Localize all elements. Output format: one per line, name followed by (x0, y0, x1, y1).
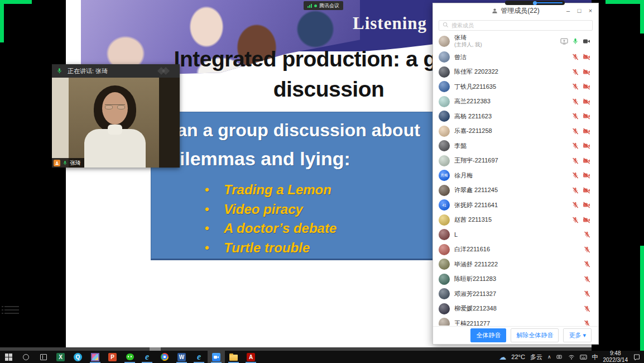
member-row[interactable]: 邓淑芳2211327 (433, 286, 598, 302)
maximize-button[interactable]: □ (574, 3, 585, 18)
camera-off-icon[interactable] (583, 83, 590, 90)
member-row[interactable]: 张琦 (主持人, 我) (433, 32, 598, 50)
mic-on-icon[interactable] (572, 38, 579, 45)
member-name: L (454, 231, 458, 238)
taskbar-ie[interactable]: e (138, 351, 156, 363)
camera-off-icon[interactable] (583, 172, 590, 179)
taskbar-word[interactable]: W (173, 351, 190, 363)
unmute-all-button[interactable]: 解除全体静音 (511, 328, 559, 342)
member-row[interactable]: 陈晅昕2211283 (433, 272, 598, 287)
weather-icon[interactable]: ☁ (499, 353, 506, 361)
taskbar-chrome[interactable] (156, 351, 173, 363)
taskbar-powerpoint[interactable]: P (104, 351, 121, 363)
taskbar-photos[interactable] (86, 351, 104, 363)
mic-muted-icon[interactable] (584, 305, 590, 312)
mic-muted-icon[interactable] (584, 261, 590, 268)
close-button[interactable]: × (585, 3, 596, 18)
weather-text[interactable]: 多云 (530, 353, 542, 361)
more-button[interactable]: 更多 ▾ (563, 328, 592, 342)
minimize-button[interactable]: – (563, 3, 574, 18)
taskbar-wechat[interactable] (121, 351, 138, 363)
camera-off-icon[interactable] (583, 128, 590, 135)
weather-temp[interactable]: 22°C (511, 354, 525, 360)
hidden-icons-chevron[interactable]: ∧ (547, 354, 551, 360)
mic-muted-icon[interactable] (572, 128, 579, 135)
mic-muted-icon[interactable] (572, 172, 579, 179)
member-row[interactable]: 李懿 (433, 138, 598, 154)
camera-off-icon[interactable] (583, 157, 590, 164)
cortana-search-button[interactable] (17, 351, 35, 363)
task-view-button[interactable] (35, 351, 52, 363)
member-row[interactable]: 赵茜 2211315 (433, 213, 598, 228)
camera-off-icon[interactable] (583, 54, 590, 60)
member-row[interactable]: 王翔宇-2211697 (433, 154, 598, 169)
task-view-icon (40, 354, 47, 360)
desktop: Listening Integrated production: a group… (0, 0, 644, 363)
camera-off-icon[interactable] (583, 69, 590, 75)
member-row[interactable]: 王楠2211277 (433, 316, 598, 326)
meeting-app-label: 腾讯会议 (319, 2, 339, 9)
taskbar-qq[interactable]: Q (69, 351, 86, 363)
member-row[interactable]: 陈佳军 2202322 (433, 65, 598, 80)
mic-muted-icon[interactable] (572, 157, 579, 164)
mute-all-button[interactable]: 全体静音 (470, 328, 506, 342)
mic-muted-icon[interactable] (572, 54, 579, 60)
mic-muted-icon[interactable] (584, 290, 590, 297)
start-button[interactable] (0, 351, 17, 363)
camera-off-icon[interactable] (583, 113, 590, 120)
powerpoint-icon: P (108, 353, 117, 361)
camera-off-icon[interactable] (583, 202, 590, 208)
taskbar-excel[interactable]: X (52, 351, 69, 363)
camera-off-icon[interactable] (583, 187, 590, 194)
slider-knob[interactable] (533, 1, 537, 5)
mic-muted-icon[interactable] (572, 113, 579, 120)
taskbar-acrobat[interactable]: A (242, 351, 259, 363)
ie-icon: e (145, 352, 149, 362)
mic-muted-icon[interactable] (584, 231, 590, 238)
member-row[interactable]: L (433, 227, 598, 242)
member-row[interactable]: 毕涵舒 2211222 (433, 257, 598, 272)
avatar (439, 259, 450, 270)
camera-on-icon[interactable] (583, 38, 590, 45)
avatar (439, 51, 450, 63)
member-row[interactable]: 丁铁凡2211635 (433, 79, 598, 94)
ime-indicator[interactable]: 中 (592, 353, 598, 361)
hidden-menu-icon (4, 306, 19, 316)
speaker-video-window[interactable]: 正在讲话: 张琦 张琦 (52, 64, 180, 168)
taskbar-file-explorer[interactable] (225, 351, 242, 363)
taskbar-clock[interactable]: 9:48 2022/3/14 (603, 350, 628, 363)
mic-muted-icon[interactable] (572, 142, 579, 149)
slide-bullet: Video piracy (205, 200, 459, 219)
camera-off-icon[interactable] (583, 98, 590, 105)
volume-slider[interactable] (505, 1, 565, 5)
mic-muted-icon[interactable] (572, 202, 579, 208)
mic-muted-icon[interactable] (572, 187, 579, 194)
mic-muted-icon[interactable] (584, 246, 590, 253)
member-row[interactable]: 高杨 2211623 (433, 109, 598, 124)
mic-muted-icon[interactable] (584, 276, 590, 283)
mic-muted-icon[interactable] (572, 217, 579, 223)
meeting-status-pill[interactable]: 腾讯会议 (304, 1, 343, 10)
taskbar-tencent-meeting[interactable] (208, 351, 225, 363)
action-center-icon[interactable] (633, 354, 641, 361)
taskbar-ie2[interactable]: e (190, 351, 208, 363)
member-row[interactable]: 乐嘉-2211258 (433, 124, 598, 139)
mic-muted-icon[interactable] (572, 83, 579, 90)
tray-network-icon[interactable] (568, 354, 575, 360)
tray-device-icon[interactable] (556, 354, 563, 360)
mic-muted-icon[interactable] (584, 320, 590, 326)
member-management-panel: 管理成员(22) – □ × 张琦 (主持人, 我) (432, 3, 599, 345)
member-row[interactable]: 41 张抚婷 2211641 (433, 198, 598, 213)
mic-muted-icon[interactable] (572, 98, 579, 105)
member-row[interactable]: 曾洁 (433, 50, 598, 65)
member-row[interactable]: 白洋2211616 (433, 242, 598, 257)
camera-off-icon[interactable] (583, 142, 590, 149)
tray-touch-keyboard-icon[interactable] (580, 355, 587, 360)
camera-off-icon[interactable] (583, 217, 590, 223)
member-row[interactable]: 柳爱媛2212348 (433, 302, 598, 317)
member-row[interactable]: 许翠鑫 2211245 (433, 183, 598, 198)
member-row[interactable]: 高兰2212383 (433, 94, 598, 109)
search-input[interactable] (439, 20, 593, 31)
member-row[interactable]: 月梅 徐月梅 (433, 168, 598, 183)
mic-muted-icon[interactable] (572, 69, 579, 75)
